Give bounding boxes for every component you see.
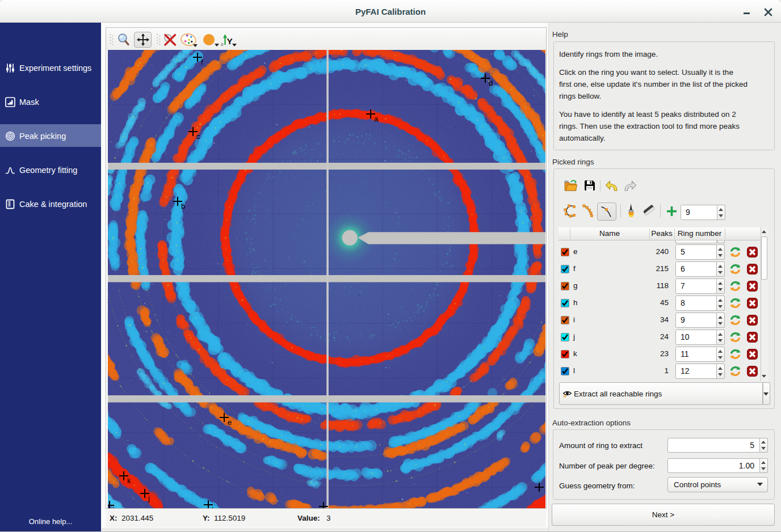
- svg-text:b: b: [181, 202, 185, 210]
- svg-text:a: a: [374, 115, 379, 123]
- svg-text:j: j: [148, 494, 150, 503]
- svg-text:e: e: [228, 418, 232, 427]
- svg-text:f: f: [201, 58, 203, 66]
- svg-text:h: h: [212, 505, 216, 508]
- svg-text:0: 0: [221, 42, 224, 47]
- svg-text:l: l: [113, 506, 115, 508]
- svg-text:k: k: [127, 476, 131, 485]
- svg-text:c: c: [196, 132, 200, 141]
- svg-text:d: d: [489, 79, 493, 87]
